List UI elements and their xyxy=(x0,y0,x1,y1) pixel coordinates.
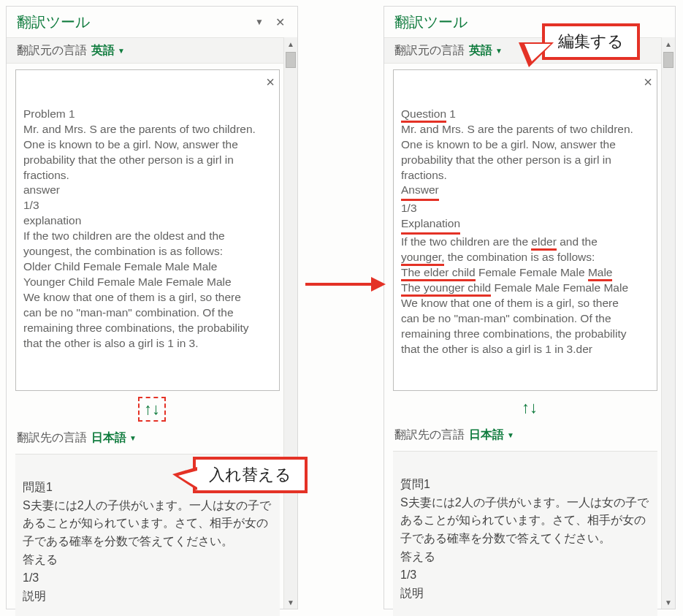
target-language-dropdown[interactable]: 日本語 ▼ xyxy=(91,430,137,446)
scroll-up-button[interactable]: ▲ xyxy=(284,37,297,50)
callout-tail-icon xyxy=(519,42,554,67)
clear-text-button[interactable]: × xyxy=(266,75,275,89)
pane-close-button[interactable]: ✕ xyxy=(271,13,289,31)
chevron-down-icon: ▼ xyxy=(507,431,514,439)
target-language-dropdown[interactable]: 日本語 ▼ xyxy=(469,427,514,443)
scrollbar[interactable]: ▲ ▼ xyxy=(283,37,297,609)
source-language-label: 翻訳元の言語 xyxy=(394,43,465,58)
chevron-down-icon: ▼ xyxy=(118,47,125,55)
target-language-row: 翻訳先の言語 日本語 ▼ xyxy=(7,425,297,451)
pane-body: 翻訳元の言語 英語 ▼ × Question 1 Mr. and Mrs. S … xyxy=(384,37,675,609)
scroll-down-button[interactable]: ▼ xyxy=(284,596,297,609)
pane-menu-button[interactable]: ▼ xyxy=(251,13,268,31)
annotation-swap-callout: 入れ替える xyxy=(193,457,308,493)
source-language-dropdown[interactable]: 英語 ▼ xyxy=(91,43,125,58)
chevron-down-icon: ▼ xyxy=(495,47,503,55)
annotation-swap-label: 入れ替える xyxy=(209,465,291,484)
target-language-value: 日本語 xyxy=(91,430,126,446)
translator-pane-right: 翻訳ツール 翻訳元の言語 英語 ▼ × Question 1 Mr. and M… xyxy=(384,6,676,609)
scroll-up-button[interactable]: ▲ xyxy=(662,37,675,50)
source-language-row: 翻訳元の言語 英語 ▼ xyxy=(7,37,297,64)
scroll-thumb[interactable] xyxy=(663,52,674,68)
translator-pane-left: 翻訳ツール ▼ ✕ 翻訳元の言語 英語 ▼ × Problem 1 Mr. an… xyxy=(6,6,298,609)
pane-title: 翻訳ツール xyxy=(17,12,90,32)
source-text-box[interactable]: × Problem 1 Mr. and Mrs. S are the paren… xyxy=(15,69,280,391)
pane-header: 翻訳ツール ▼ ✕ xyxy=(7,7,297,37)
target-language-label: 翻訳先の言語 xyxy=(394,427,465,443)
translation-result: 質問1 S夫妻には2人の子供がいます。一人は女の子であることが知られています。さ… xyxy=(393,451,657,616)
target-language-value: 日本語 xyxy=(469,427,504,443)
annotation-edit-callout: 編集する xyxy=(542,23,640,60)
target-language-row: 翻訳先の言語 日本語 ▼ xyxy=(384,422,675,448)
swap-languages-button[interactable]: ↑↓ xyxy=(138,397,166,422)
source-language-value: 英語 xyxy=(469,43,492,58)
source-language-label: 翻訳元の言語 xyxy=(17,43,87,58)
swap-languages-button[interactable]: ↑↓ xyxy=(517,397,542,419)
arrow-right-icon xyxy=(305,273,386,295)
source-text-box[interactable]: × Question 1 Mr. and Mrs. S are the pare… xyxy=(393,69,657,391)
callout-tail-icon xyxy=(172,467,197,490)
annotation-edit-label: 編集する xyxy=(558,32,624,50)
source-language-dropdown[interactable]: 英語 ▼ xyxy=(469,43,503,58)
chevron-down-icon: ▼ xyxy=(129,434,137,442)
pane-title: 翻訳ツール xyxy=(394,12,468,32)
clear-text-button[interactable]: × xyxy=(644,75,652,89)
pane-body: 翻訳元の言語 英語 ▼ × Problem 1 Mr. and Mrs. S a… xyxy=(7,37,297,609)
target-language-label: 翻訳先の言語 xyxy=(17,430,87,446)
source-language-value: 英語 xyxy=(91,43,115,58)
scroll-down-button[interactable]: ▼ xyxy=(662,596,675,609)
scrollbar[interactable]: ▲ ▼ xyxy=(661,37,675,609)
scroll-thumb[interactable] xyxy=(286,52,296,68)
